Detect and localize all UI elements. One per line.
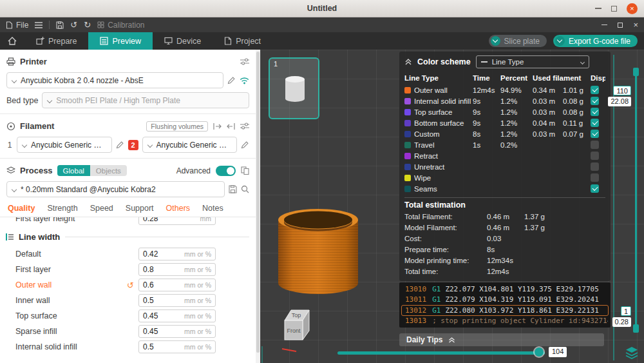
undo-icon[interactable]: ↺ bbox=[70, 20, 77, 30]
reset-value-icon[interactable]: ↺ bbox=[127, 281, 134, 289]
line-type-grams: 1.01 g bbox=[563, 86, 591, 94]
home-button[interactable] bbox=[0, 32, 24, 50]
tab-prepare[interactable]: Prepare bbox=[24, 32, 88, 50]
chevron-down-icon bbox=[22, 142, 27, 147]
display-checkbox[interactable] bbox=[591, 173, 599, 182]
param-input[interactable]: 0.45mm or % bbox=[138, 309, 216, 322]
printer-settings-icon[interactable] bbox=[240, 58, 249, 65]
redo-icon[interactable]: ↻ bbox=[84, 20, 91, 30]
line-width-category[interactable]: Line width bbox=[0, 226, 256, 246]
scope-global[interactable]: Global bbox=[57, 165, 90, 176]
tab-notes[interactable]: Notes bbox=[202, 204, 223, 213]
param-input[interactable]: 0.45mm or % bbox=[138, 325, 216, 338]
display-checkbox[interactable] bbox=[591, 108, 599, 116]
bed-type-select[interactable]: Smooth PEI Plate / High Temp Plate bbox=[42, 92, 249, 108]
flushing-volumes-button[interactable]: Flushing volumes bbox=[146, 121, 208, 132]
left-panel-scrollbar[interactable] bbox=[256, 50, 260, 363]
display-checkbox[interactable] bbox=[591, 86, 599, 94]
edit-filament-left-icon[interactable] bbox=[116, 141, 124, 149]
tab-speed[interactable]: Speed bbox=[90, 204, 113, 213]
plate-number-badge: 1 bbox=[274, 60, 278, 68]
estimation-value: 0.03 bbox=[487, 235, 524, 242]
layers-view-button[interactable] bbox=[625, 346, 639, 359]
display-checkbox[interactable] bbox=[591, 119, 599, 127]
filament-select-left[interactable]: Anycubic Generic PLA bbox=[17, 137, 112, 153]
param-input[interactable]: 0.8mm or % bbox=[138, 263, 216, 276]
scope-objects[interactable]: Objects bbox=[90, 165, 127, 176]
edit-filament-right-icon[interactable] bbox=[241, 141, 249, 149]
slice-dropdown-icon[interactable] bbox=[491, 36, 500, 46]
app-close-icon[interactable]: × bbox=[633, 20, 638, 30]
remove-filament-icon[interactable] bbox=[227, 123, 235, 130]
advanced-toggle[interactable] bbox=[216, 166, 236, 176]
param-input[interactable]: 0.28 mm bbox=[138, 217, 216, 225]
param-input[interactable]: 0.6mm or % bbox=[138, 279, 216, 291]
display-checkbox[interactable] bbox=[591, 184, 599, 193]
gcode-line-selected[interactable]: 13012 G1 Z22.080 X103.972 Y118.861 E329.… bbox=[401, 305, 609, 316]
app-minimize-icon[interactable] bbox=[601, 25, 607, 26]
layer-slider-bottom-handle[interactable] bbox=[633, 324, 639, 333]
param-input[interactable]: 0.5mm or % bbox=[138, 294, 216, 307]
collapse-panel-icon[interactable] bbox=[404, 59, 412, 65]
tab-strength[interactable]: Strength bbox=[47, 204, 77, 213]
printer-preset-select[interactable]: Anycubic Kobra 2 0.4 nozzle - AbsE bbox=[6, 72, 223, 88]
filament-settings-icon[interactable] bbox=[240, 123, 249, 130]
edit-printer-icon[interactable] bbox=[227, 76, 236, 84]
save-icon[interactable] bbox=[56, 21, 64, 29]
collapse-tips-icon[interactable] bbox=[448, 337, 455, 343]
search-icon[interactable] bbox=[241, 185, 249, 193]
daily-tips-bar[interactable]: Daily Tips bbox=[399, 333, 604, 346]
titlebar[interactable]: Untitled × bbox=[0, 0, 644, 17]
color-scheme-mode-select[interactable]: Line Type bbox=[476, 55, 589, 68]
file-menu[interactable]: File bbox=[6, 21, 28, 30]
tab-preview[interactable]: Preview bbox=[88, 32, 152, 50]
line-type-row: Wipe bbox=[404, 172, 605, 183]
gcode-line[interactable]: 13013 ; stop printing object Cylinder id… bbox=[401, 316, 609, 327]
close-icon[interactable]: × bbox=[627, 3, 638, 14]
process-scope-switch[interactable]: Global Objects bbox=[57, 165, 127, 176]
process-compare-icon[interactable] bbox=[241, 166, 249, 175]
gcode-line[interactable]: 13011 G1 Z22.079 X104.319 Y119.091 E329.… bbox=[401, 295, 609, 306]
color-swatch bbox=[404, 142, 411, 148]
filament-count-badge[interactable]: 2 bbox=[128, 140, 138, 150]
process-preset-select[interactable]: * 0.20mm Standard @Anycubic Kobra2 bbox=[6, 181, 225, 197]
hamburger-icon[interactable] bbox=[35, 22, 43, 28]
wifi-icon[interactable] bbox=[240, 77, 249, 84]
model-cylinder[interactable] bbox=[277, 206, 359, 297]
plate-thumbnail[interactable]: 1 bbox=[269, 57, 319, 119]
tab-project[interactable]: Project bbox=[213, 32, 272, 50]
move-slider-track[interactable] bbox=[337, 351, 545, 355]
display-checkbox[interactable] bbox=[591, 152, 599, 160]
export-gcode-button[interactable]: Export G-code file bbox=[553, 35, 638, 47]
display-checkbox[interactable] bbox=[591, 97, 599, 105]
display-checkbox[interactable] bbox=[591, 130, 599, 138]
display-checkbox[interactable] bbox=[591, 141, 599, 149]
minimize-icon[interactable] bbox=[595, 8, 601, 9]
filament-section-header: Filament Flushing volumes bbox=[0, 117, 256, 135]
gcode-line[interactable]: 13010 G1 Z22.077 X104.801 Y119.375 E329.… bbox=[401, 284, 609, 295]
gcode-command: G1 bbox=[432, 295, 440, 304]
tab-quality[interactable]: Quality bbox=[8, 204, 35, 213]
layer-slider-track[interactable] bbox=[635, 74, 637, 327]
display-checkbox[interactable] bbox=[591, 162, 599, 171]
app-maximize-icon[interactable] bbox=[618, 23, 623, 28]
layer-slider-top-handle[interactable] bbox=[633, 68, 639, 76]
scrollbar-thumb[interactable] bbox=[256, 52, 260, 353]
estimation-value: 1.37 g bbox=[524, 213, 560, 221]
filament-select-right[interactable]: Anycubic Generic PLA bbox=[142, 137, 238, 153]
height-top-value: 22.08 bbox=[608, 97, 631, 106]
param-input[interactable]: 0.5mm or % bbox=[138, 340, 216, 353]
param-input[interactable]: 0.42mm or % bbox=[138, 248, 216, 260]
move-slider-handle[interactable] bbox=[535, 348, 544, 357]
calibration-menu[interactable]: Calibration bbox=[97, 21, 144, 30]
save-preset-icon[interactable] bbox=[229, 185, 237, 193]
tab-support[interactable]: Support bbox=[126, 204, 154, 213]
tab-others[interactable]: Others bbox=[166, 204, 191, 213]
tab-device[interactable]: Device bbox=[153, 32, 213, 50]
navigation-cube[interactable]: Top Front bbox=[277, 306, 313, 353]
viewport-3d[interactable]: 1 bbox=[260, 50, 644, 363]
add-filament-icon[interactable] bbox=[213, 123, 222, 130]
export-dropdown-icon[interactable] bbox=[555, 36, 565, 46]
slice-plate-button[interactable]: Slice plate bbox=[489, 35, 547, 47]
maximize-icon[interactable] bbox=[611, 6, 617, 12]
